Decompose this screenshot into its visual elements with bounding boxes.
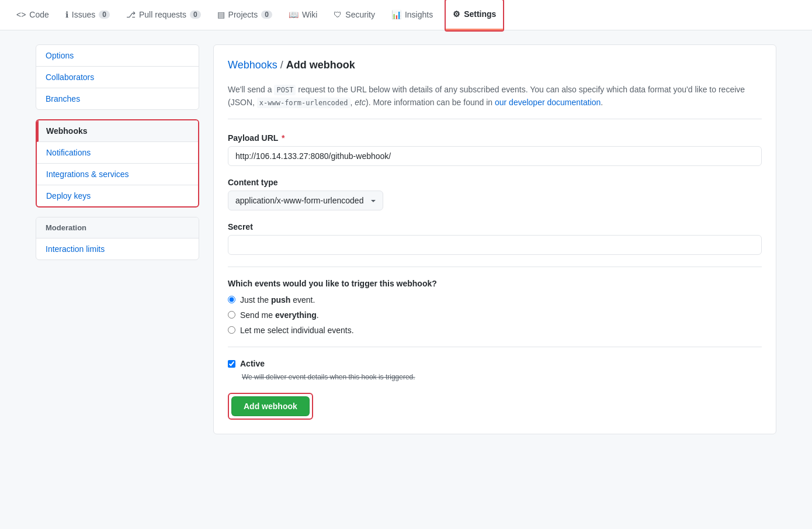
add-webhook-button[interactable]: Add webhook: [231, 396, 310, 416]
content-type-label: Content type: [228, 178, 762, 187]
sidebar-item-integrations[interactable]: Integrations & services: [37, 164, 198, 185]
sidebar-item-deploy-keys[interactable]: Deploy keys: [37, 185, 198, 206]
secret-input[interactable]: [228, 235, 762, 255]
main-content: Webhooks / Add webhook We'll send a POST…: [213, 44, 776, 434]
security-icon: 🛡: [334, 10, 342, 19]
pull-requests-icon: ⎇: [126, 10, 136, 19]
radio-everything[interactable]: Send me everything.: [228, 310, 762, 320]
sidebar-item-notifications[interactable]: Notifications: [37, 142, 198, 164]
divider-1: [228, 267, 762, 267]
tab-code[interactable]: <> Code: [9, 0, 56, 30]
radio-push[interactable]: Just the push event.: [228, 295, 762, 305]
required-marker: *: [282, 133, 284, 143]
tab-issues-label: Issues: [72, 10, 95, 19]
radio-individual-label: Let me select individual events.: [240, 326, 354, 335]
pull-requests-badge: 0: [190, 11, 201, 19]
sidebar-item-options[interactable]: Options: [36, 45, 199, 67]
main-settings-section: Options Collaborators Branches: [36, 44, 199, 110]
sidebar-item-branches[interactable]: Branches: [36, 88, 199, 109]
radio-push-input[interactable]: [228, 296, 235, 303]
tab-wiki[interactable]: 📖 Wiki: [282, 0, 324, 30]
tab-settings-label: Settings: [464, 9, 496, 19]
active-label[interactable]: Active: [240, 359, 265, 368]
secret-label: Secret: [228, 222, 762, 231]
dev-docs-link[interactable]: our developer documentation: [495, 98, 601, 107]
secret-group: Secret: [228, 222, 762, 255]
moderation-section: Moderation Interaction limits: [36, 217, 199, 260]
tab-insights-label: Insights: [405, 10, 433, 19]
page-layout: Options Collaborators Branches Webhooks …: [26, 30, 786, 448]
add-webhook-button-wrapper: Add webhook: [228, 393, 313, 420]
radio-push-label: Just the push event.: [240, 295, 315, 305]
tab-projects-label: Projects: [228, 10, 258, 19]
active-checkbox[interactable]: [228, 360, 235, 368]
tab-code-label: Code: [29, 10, 48, 19]
radio-group: Just the push event. Send me everything.…: [228, 295, 762, 335]
tab-pull-requests[interactable]: ⎇ Pull requests 0: [119, 0, 208, 30]
wiki-icon: 📖: [289, 10, 299, 19]
payload-url-label: Payload URL *: [228, 133, 762, 143]
insights-icon: 📊: [391, 10, 401, 19]
top-nav: <> Code ℹ Issues 0 ⎇ Pull requests 0 ▤ P…: [0, 0, 812, 30]
sidebar-item-collaborators[interactable]: Collaborators: [36, 67, 199, 88]
radio-individual-input[interactable]: [228, 326, 235, 334]
tab-wiki-label: Wiki: [302, 10, 317, 19]
tab-security-label: Security: [345, 10, 375, 19]
payload-url-group: Payload URL *: [228, 133, 762, 166]
urlencoded-code: x-www-form-urlencoded: [257, 98, 351, 108]
divider-2: [228, 347, 762, 347]
tab-insights[interactable]: 📊 Insights: [384, 0, 440, 30]
radio-individual[interactable]: Let me select individual events.: [228, 326, 762, 335]
radio-everything-label: Send me everything.: [240, 310, 319, 320]
tab-issues[interactable]: ℹ Issues 0: [58, 0, 117, 30]
projects-icon: ▤: [217, 10, 225, 19]
tab-projects[interactable]: ▤ Projects 0: [210, 0, 279, 30]
breadcrumb-current: Add webhook: [286, 59, 355, 71]
projects-badge: 0: [261, 11, 272, 19]
post-code: POST: [274, 85, 296, 95]
code-icon: <>: [16, 10, 26, 19]
content-type-group: Content type application/x-www-form-urle…: [228, 178, 762, 210]
sidebar-item-webhooks[interactable]: Webhooks: [37, 120, 198, 142]
tab-pull-requests-label: Pull requests: [139, 10, 186, 19]
sidebar: Options Collaborators Branches Webhooks …: [36, 44, 199, 434]
sidebar-item-interaction-limits[interactable]: Interaction limits: [36, 238, 199, 260]
info-box: We'll send a POST request to the URL bel…: [228, 83, 762, 119]
radio-everything-input[interactable]: [228, 311, 235, 319]
events-question: Which events would you like to trigger t…: [228, 279, 762, 288]
settings-icon: ⚙: [453, 9, 460, 19]
payload-url-input[interactable]: [228, 146, 762, 166]
breadcrumb-parent[interactable]: Webhooks: [228, 59, 277, 71]
breadcrumb-separator: /: [280, 59, 286, 71]
content-type-select[interactable]: application/x-www-form-urlencoded applic…: [228, 191, 383, 210]
issues-badge: 0: [99, 11, 110, 19]
active-row: Active: [228, 359, 762, 368]
issues-icon: ℹ: [65, 10, 68, 19]
breadcrumb: Webhooks / Add webhook: [228, 59, 762, 71]
tab-settings[interactable]: ⚙ Settings: [446, 0, 503, 30]
settings-tab-wrapper: ⚙ Settings: [445, 0, 504, 32]
moderation-header: Moderation: [36, 217, 199, 238]
webhooks-section: Webhooks Notifications Integrations & se…: [36, 119, 199, 208]
tab-security[interactable]: 🛡 Security: [327, 0, 382, 30]
active-description: We will deliver event details when this …: [242, 373, 762, 381]
